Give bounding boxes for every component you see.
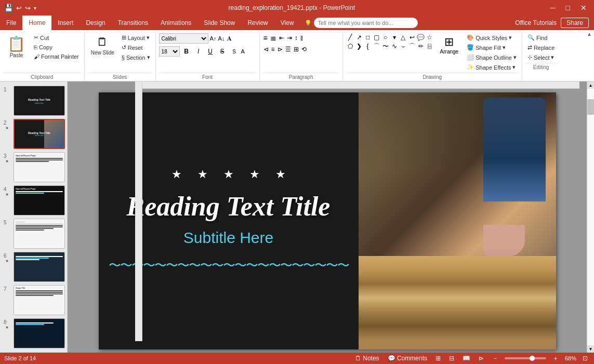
scroll-down-button[interactable]: ▼ [587,345,594,353]
menu-view[interactable]: View [274,16,300,30]
pentagon-shape[interactable]: ⬠ [346,42,354,50]
more-shapes[interactable]: ▾ [390,33,399,42]
callout-shape[interactable]: 💬 [417,33,425,42]
redo-icon[interactable]: ↪ [25,4,31,12]
justify-button[interactable]: ☰ [285,46,291,53]
custom-shape[interactable]: ⌒ [373,42,381,50]
numbering-button[interactable]: ≣ [270,34,276,42]
font-color-button[interactable]: A [241,48,245,55]
new-slide-button[interactable]: 🗒 New Slide [88,33,117,58]
share-button[interactable]: Share [561,18,589,28]
smart-art-button[interactable]: ⊞ [294,46,299,53]
align-center-button[interactable]: ≡ [271,46,275,53]
clear-format-button[interactable]: 𝐀 [227,35,232,42]
format-painter-button[interactable]: 🖌 Format Painter [32,52,81,61]
copy-button[interactable]: ⎘ Copy [32,43,81,51]
menu-transitions[interactable]: Transitions [112,16,154,30]
slide-thumbnail-8[interactable] [14,318,65,348]
slide-thumbnail-4[interactable]: Special Report Page [14,185,65,215]
font-shrink-button[interactable]: A↓ [218,35,225,42]
normal-view-button[interactable]: ⊞ [433,355,443,362]
columns-button[interactable]: ⫿ [300,34,303,42]
slide-thumb-1[interactable]: 1 Reading Text Title Subtitle Here [2,86,65,116]
ribbon-collapse-button[interactable]: ▲ [585,30,594,38]
brace-shape[interactable]: { [364,42,372,50]
more-shapes-2[interactable]: ∿ [390,42,399,50]
zoom-thumb[interactable] [530,356,535,361]
connector-shape[interactable]: ⌒ [408,42,416,50]
rect-shape[interactable]: □ [364,33,372,42]
find-button[interactable]: 🔍 Find [525,33,557,42]
bold-button[interactable]: B [181,48,192,55]
slide-panel[interactable]: 1 Reading Text Title Subtitle Here 2 ★ R… [0,82,68,353]
maximize-button[interactable]: □ [563,3,573,13]
arc-shape[interactable]: ⌣ [399,42,407,50]
slide-thumb-6[interactable]: 6 ★ [2,252,65,282]
menu-slideshow[interactable]: Slide Show [197,16,241,30]
italic-button[interactable]: I [193,48,204,55]
scroll-thumb[interactable] [587,99,594,115]
minimize-button[interactable]: ─ [547,3,559,13]
menu-design[interactable]: Design [80,16,111,30]
align-left-button[interactable]: ⊲ [263,46,269,53]
slide-thumb-3[interactable]: 3 ★ Special Report Page [2,152,65,182]
shape-fill-button[interactable]: 🪣 Shape Fill ▾ [465,43,519,52]
slide-thumb-2[interactable]: 2 ★ Reading Text Title Subtitle Here [2,119,65,149]
reading-view-button[interactable]: 📖 [460,355,472,362]
freeform-shape[interactable]: ✏ [417,42,425,50]
tell-me-input[interactable] [314,18,418,28]
select-button[interactable]: ⊹ Select ▾ [525,53,557,62]
line-spacing-button[interactable]: ↕ [295,34,298,42]
notes-button[interactable]: 🗒 Notes [353,355,381,362]
slide-thumbnail-2[interactable]: Reading Text Title Subtitle Here [14,119,65,149]
menu-home[interactable]: Home [22,16,51,30]
menu-insert[interactable]: Insert [51,16,80,30]
bullets-button[interactable]: ≡ [263,34,268,42]
shape-effects-button[interactable]: ✨ Shape Effects ▾ [465,63,519,72]
paste-button[interactable]: 📋 Paste [3,33,30,60]
right-scrollbar[interactable]: ▲ ▼ [587,82,594,353]
scroll-track[interactable] [587,89,594,345]
cut-button[interactable]: ✂ Cut [32,33,81,42]
shape-outline-button[interactable]: ⬜ Shape Outline ▾ [465,53,519,62]
underline-button[interactable]: U [205,48,216,55]
font-grow-button[interactable]: A↑ [210,35,217,42]
triangle-shape[interactable]: △ [399,33,407,42]
zoom-out-button[interactable]: － [490,354,500,363]
layout-button[interactable]: ⊞ Layout ▾ [120,33,152,42]
increase-indent-button[interactable]: ⇥ [287,34,292,42]
slideshow-button[interactable]: ⊳ [477,355,486,362]
save-icon[interactable]: 💾 [4,4,13,12]
scroll-up-button[interactable]: ▲ [587,82,594,89]
chevron-shape[interactable]: ❯ [355,42,363,50]
font-name-select[interactable]: Calibri [159,33,208,44]
close-button[interactable]: ✕ [577,3,590,13]
section-button[interactable]: § Section ▾ [120,53,152,62]
office-tutorials-button[interactable]: Office Tutorials [515,19,557,26]
slide-canvas[interactable]: ★ ★ ★ ★ ★ Reading Text Title Subtitle He… [99,92,556,349]
line-shape[interactable]: ╱ [346,33,354,42]
wave-shape[interactable]: 〜 [381,42,390,50]
arrange-button[interactable]: ⊞ Arrange [436,33,463,57]
slide-thumbnail-1[interactable]: Reading Text Title Subtitle Here [14,86,65,116]
slide-thumb-4[interactable]: 4 ★ Special Report Page [2,185,65,215]
slide-thumb-8[interactable]: 8 ★ [2,318,65,348]
zoom-slider[interactable] [505,357,546,359]
menu-animations[interactable]: Animations [154,16,197,30]
star-shape[interactable]: ☆ [426,33,434,42]
decrease-indent-button[interactable]: ⇤ [279,34,284,42]
slide-thumbnail-3[interactable]: Special Report Page [14,152,65,182]
slide-thumbnail-6[interactable] [14,252,65,282]
arrow-shape[interactable]: ↗ [355,33,363,42]
slide-thumb-5[interactable]: 5 —————— [2,219,65,249]
slide-sorter-button[interactable]: ⊟ [447,355,456,362]
align-right-button[interactable]: ⊳ [278,46,283,53]
oval-shape[interactable]: ○ [381,33,390,42]
font-size-select[interactable]: 18 [159,46,180,57]
rounded-rect-shape[interactable]: ▢ [373,33,381,42]
extra-shape[interactable]: ⌸ [426,42,434,50]
replace-button[interactable]: ⇄ Replace [525,43,557,52]
menu-review[interactable]: Review [241,16,274,30]
slide-main-title[interactable]: Reading Text Title [127,192,331,221]
strikethrough-button[interactable]: S [217,48,228,55]
